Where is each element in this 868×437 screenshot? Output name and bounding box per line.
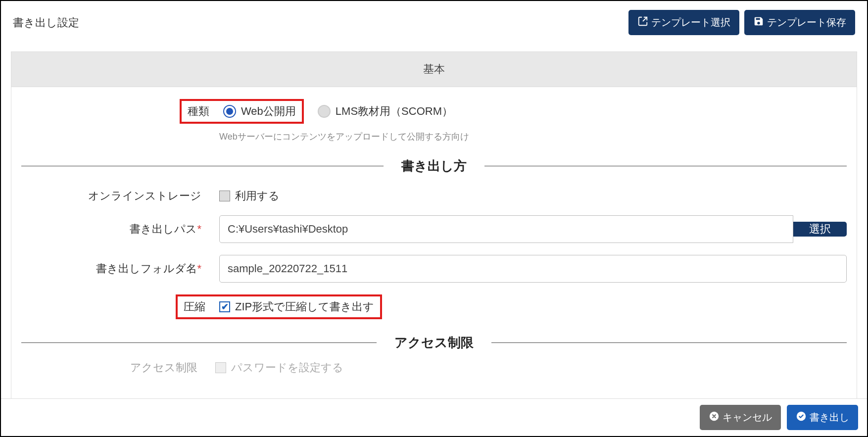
form-body: 種類 Web公開用 LMS教材用（SCORM） Webサーバーにコンテンツをアッ… <box>11 87 857 398</box>
export-path-label: 書き出しパス* <box>21 222 219 237</box>
import-icon <box>637 16 648 29</box>
radio-web-label: Web公開用 <box>241 104 296 119</box>
export-label: 書き出し <box>810 411 849 424</box>
cancel-label: キャンセル <box>723 411 772 424</box>
access-title: アクセス制限 <box>377 334 491 351</box>
radio-web[interactable]: Web公開用 <box>223 104 296 119</box>
dialog-title: 書き出し設定 <box>13 15 628 30</box>
online-storage-label: オンラインストレージ <box>21 189 219 203</box>
divider-access: アクセス制限 <box>21 334 847 351</box>
row-access-cutoff: アクセス制限 ✔ パスワードを設定する <box>130 360 847 375</box>
dialog-header: 書き出し設定 テンプレート選択 テンプレート保存 <box>1 1 867 45</box>
row-compression: 圧縮 ✔ ZIP形式で圧縮して書き出す <box>21 294 847 319</box>
cancel-button[interactable]: キャンセル <box>700 405 781 430</box>
divider-line <box>21 342 377 343</box>
radio-lms[interactable]: LMS教材用（SCORM） <box>318 104 453 119</box>
template-save-label: テンプレート保存 <box>767 16 846 29</box>
required-mark: * <box>197 262 201 275</box>
header-actions: テンプレート選択 テンプレート保存 <box>628 10 855 35</box>
divider-line <box>21 166 384 166</box>
online-storage-checkbox[interactable]: ✔ 利用する <box>219 189 280 203</box>
radio-circle-icon <box>223 105 236 118</box>
template-select-label: テンプレート選択 <box>651 16 730 29</box>
row-type: 種類 Web公開用 LMS教材用（SCORM） <box>21 99 847 124</box>
type-hint: Webサーバーにコンテンツをアップロードして公開する方向け <box>219 131 847 143</box>
template-save-button[interactable]: テンプレート保存 <box>744 10 855 35</box>
template-select-button[interactable]: テンプレート選択 <box>628 10 739 35</box>
compression-checkbox[interactable]: ✔ ZIP形式で圧縮して書き出す <box>219 299 374 314</box>
save-icon <box>753 16 764 29</box>
close-circle-icon <box>709 411 720 424</box>
row-export-folder: 書き出しフォルダ名* <box>21 255 847 283</box>
radio-circle-icon <box>318 105 331 118</box>
export-folder-label: 書き出しフォルダ名* <box>21 261 219 276</box>
type-label: 種類 <box>188 104 209 119</box>
online-storage-checkbox-label: 利用する <box>235 189 280 203</box>
section-basic-title: 基本 <box>11 51 857 87</box>
highlight-compression: 圧縮 ✔ ZIP形式で圧縮して書き出す <box>176 294 382 319</box>
check-circle-icon <box>796 411 807 424</box>
export-folder-input[interactable] <box>219 255 847 283</box>
checkbox-icon: ✔ <box>215 362 226 373</box>
export-method-title: 書き出し方 <box>384 157 484 175</box>
divider-line <box>491 342 847 343</box>
access-checkbox-cutoff[interactable]: ✔ パスワードを設定する <box>215 360 343 375</box>
checkbox-icon: ✔ <box>219 191 230 201</box>
compression-label: 圧縮 <box>184 299 205 314</box>
required-mark: * <box>197 223 201 235</box>
access-label-cutoff: アクセス制限 <box>130 360 197 375</box>
export-button[interactable]: 書き出し <box>787 405 858 430</box>
checkbox-icon: ✔ <box>219 301 230 312</box>
dialog-footer: キャンセル 書き出し <box>1 398 867 436</box>
row-export-path: 書き出しパス* 選択 <box>21 215 847 243</box>
compression-checkbox-label: ZIP形式で圧縮して書き出す <box>235 299 374 314</box>
path-select-button[interactable]: 選択 <box>793 222 847 237</box>
export-settings-dialog: 書き出し設定 テンプレート選択 テンプレート保存 <box>0 0 868 437</box>
divider-line <box>484 166 847 166</box>
radio-lms-label: LMS教材用（SCORM） <box>336 104 453 119</box>
export-path-input[interactable] <box>219 215 793 243</box>
access-checkbox-label: パスワードを設定する <box>231 360 343 375</box>
divider-export-method: 書き出し方 <box>21 157 847 175</box>
dialog-content[interactable]: 基本 種類 Web公開用 LMS教材用（SCORM） Webサーバーにコンテンツ… <box>1 45 867 398</box>
row-online-storage: オンラインストレージ ✔ 利用する <box>21 189 847 203</box>
highlight-type: 種類 Web公開用 <box>180 99 304 124</box>
